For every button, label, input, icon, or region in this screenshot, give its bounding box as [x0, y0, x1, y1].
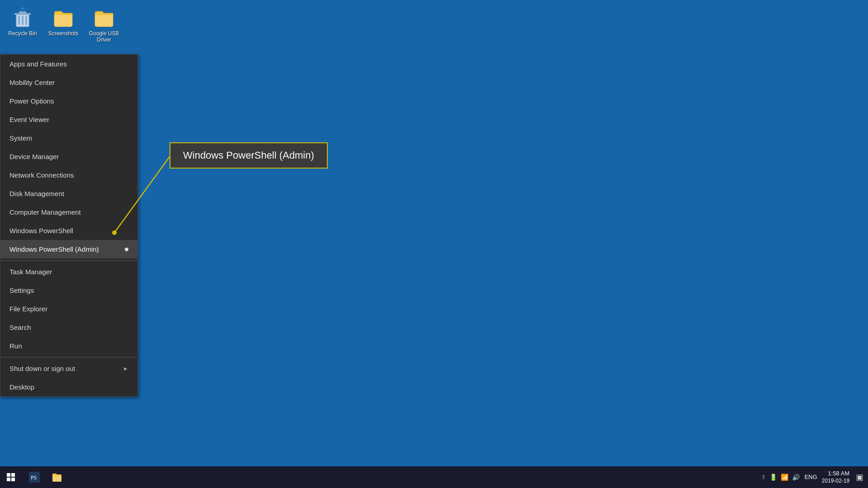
menu-item-mobility-center[interactable]: Mobility Center	[0, 73, 137, 92]
desktop-icon-google-usb-driver[interactable]: Google USB Driver	[86, 5, 122, 46]
svg-rect-11	[11, 478, 15, 481]
menu-item-computer-management[interactable]: Computer Management	[0, 203, 137, 221]
menu-item-search[interactable]: Search	[0, 318, 137, 337]
svg-rect-5	[19, 11, 26, 13]
system-tray-icons: ⇧ 🔋 📶 🔊	[761, 474, 800, 481]
chevron-up-icon[interactable]: ⇧	[761, 474, 766, 480]
menu-item-disk-management[interactable]: Disk Management	[0, 184, 137, 203]
tooltip-box: Windows PowerShell (Admin)	[170, 142, 328, 169]
menu-item-network-connections[interactable]: Network Connections	[0, 166, 137, 184]
svg-rect-1	[18, 16, 20, 25]
clock-time: 1:58 AM	[828, 470, 849, 478]
menu-item-shut-down[interactable]: Shut down or sign out ►	[0, 359, 137, 378]
menu-item-task-manager[interactable]: Task Manager	[0, 263, 137, 281]
selected-dot-icon	[125, 248, 128, 251]
menu-item-run[interactable]: Run	[0, 337, 137, 355]
menu-divider-2	[0, 357, 137, 357]
svg-rect-4	[14, 13, 31, 15]
powershell-taskbar-icon: PS	[29, 472, 40, 483]
context-menu: Apps and Features Mobility Center Power …	[0, 54, 138, 397]
battery-icon: 🔋	[769, 474, 777, 481]
menu-item-apps-and-features[interactable]: Apps and Features	[0, 55, 137, 73]
desktop-icons-container: Recycle Bin Screenshots Google USB Drive…	[0, 0, 127, 50]
svg-text:PS: PS	[31, 475, 37, 481]
svg-rect-3	[25, 16, 27, 25]
screenshots-label: Screenshots	[48, 30, 79, 37]
start-menu-icon	[6, 473, 15, 482]
desktop-icon-recycle-bin[interactable]: Recycle Bin	[5, 5, 41, 46]
submenu-arrow-icon: ►	[123, 366, 128, 372]
tooltip-label: Windows PowerShell (Admin)	[183, 150, 314, 161]
start-button[interactable]	[0, 466, 22, 488]
menu-item-desktop[interactable]: Desktop	[0, 378, 137, 396]
taskbar-pinned-icons: PS	[24, 466, 68, 488]
wifi-icon: 📶	[781, 474, 788, 481]
svg-rect-2	[22, 16, 24, 25]
desktop-icon-screenshots[interactable]: Screenshots	[45, 5, 81, 46]
taskbar-powershell-icon-btn[interactable]: PS	[24, 466, 45, 488]
menu-item-power-options[interactable]: Power Options	[0, 92, 137, 110]
recycle-bin-label: Recycle Bin	[8, 30, 37, 37]
google-usb-driver-label: Google USB Driver	[88, 30, 120, 43]
taskbar: PS ⇧ 🔋 📶 🔊 ENG 1:58 AM 2019-02-19	[0, 466, 868, 488]
google-usb-folder-icon	[93, 7, 115, 28]
svg-rect-9	[11, 473, 15, 477]
menu-item-windows-powershell[interactable]: Windows PowerShell	[0, 221, 137, 240]
svg-rect-8	[7, 473, 10, 477]
language-indicator: ENG	[804, 474, 817, 480]
notification-icon[interactable]: ▣	[856, 472, 863, 482]
menu-item-settings[interactable]: Settings	[0, 281, 137, 300]
menu-item-event-viewer[interactable]: Event Viewer	[0, 110, 137, 129]
svg-rect-10	[7, 478, 10, 481]
file-explorer-taskbar-icon	[52, 472, 62, 483]
taskbar-system-tray: ⇧ 🔋 📶 🔊 ENG 1:58 AM 2019-02-19 ▣	[761, 470, 868, 484]
menu-item-device-manager[interactable]: Device Manager	[0, 147, 137, 166]
volume-icon[interactable]: 🔊	[792, 474, 800, 481]
taskbar-file-explorer-icon-btn[interactable]	[46, 466, 68, 488]
screenshots-folder-icon	[52, 7, 74, 28]
menu-item-system[interactable]: System	[0, 129, 137, 147]
menu-item-windows-powershell-admin[interactable]: Windows PowerShell (Admin)	[0, 240, 137, 258]
clock-date: 2019-02-19	[822, 478, 849, 485]
menu-item-file-explorer[interactable]: File Explorer	[0, 300, 137, 318]
recycle-bin-icon	[12, 7, 33, 28]
clock[interactable]: 1:58 AM 2019-02-19	[822, 470, 849, 484]
desktop: Recycle Bin Screenshots Google USB Drive…	[0, 0, 868, 488]
menu-divider-1	[0, 260, 137, 261]
